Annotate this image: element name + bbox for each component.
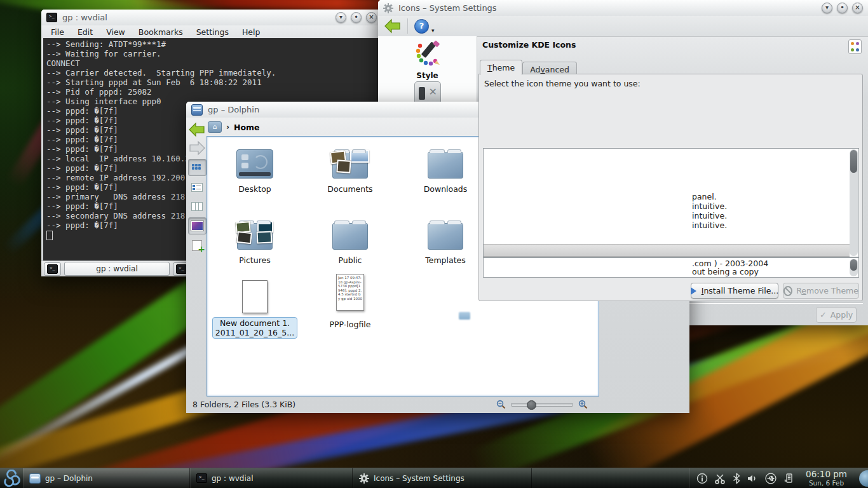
breadcrumb-home[interactable]: Home <box>234 123 260 132</box>
terminal-icon <box>47 264 58 274</box>
scrollbar-thumb[interactable] <box>850 150 857 173</box>
volume-icon[interactable] <box>747 473 758 484</box>
icon-theme-list[interactable]: panel. intuitive. intuitive. intuitive. <box>483 148 859 257</box>
list-scrollbar[interactable] <box>850 149 858 256</box>
folder-icon <box>332 223 368 250</box>
icon-grid-preview-icon <box>848 39 862 54</box>
bluetooth-icon[interactable] <box>733 473 740 484</box>
minimize-button[interactable] <box>822 3 832 13</box>
file-item-new-document[interactable]: New document 1. 2011_01_20_16_5... <box>207 274 302 339</box>
system-settings-toolbar <box>378 16 868 37</box>
style-pencil-icon <box>414 39 442 67</box>
sidebar-item-style[interactable]: Style <box>378 39 477 80</box>
folder-icon <box>428 152 463 179</box>
terminal-titlebar[interactable]: gp : wvdial <box>41 10 382 25</box>
distro-logo-icon <box>2 470 21 487</box>
documents-folder-icon <box>332 152 368 179</box>
maximize-button[interactable] <box>351 12 362 23</box>
system-settings-title: Icons – System Settings <box>398 3 497 13</box>
page-title: Customize KDE Icons <box>482 40 576 50</box>
back-arrow-icon[interactable] <box>189 122 205 137</box>
device-notifier-usb-icon[interactable] <box>764 473 777 484</box>
scrollbar-thumb[interactable] <box>850 259 857 271</box>
folder-item-public[interactable]: Public <box>302 213 398 265</box>
details-view-button[interactable] <box>189 179 206 195</box>
task-system-settings[interactable]: Icons – System Settings <box>353 468 532 488</box>
close-button[interactable] <box>366 12 377 23</box>
split-view-button[interactable] <box>189 238 206 254</box>
add-tab-icon <box>192 240 202 251</box>
terminal-icon <box>46 13 57 22</box>
menu-edit[interactable]: Edit <box>78 27 93 37</box>
preview-toggle-button[interactable] <box>188 217 207 234</box>
menu-settings[interactable]: Settings <box>196 27 229 37</box>
terminal-icon <box>176 264 187 274</box>
theme-description-box: .com ) - 2003-2004 out being a copy <box>483 257 859 278</box>
terminal-tab-label: gp : wvdial <box>96 264 137 273</box>
folder-item-pictures[interactable]: Pictures <box>207 213 302 265</box>
menu-view[interactable]: View <box>106 27 125 37</box>
app-launcher-button[interactable] <box>0 468 23 488</box>
dolphin-app-icon <box>191 104 203 116</box>
taskbar: gp – Dolphin gp : wvdial Icons – System … <box>0 468 868 488</box>
panel-toolbox-cashew[interactable] <box>851 468 868 488</box>
task-wvdial[interactable]: gp : wvdial <box>190 468 353 488</box>
description-scrollbar[interactable] <box>850 259 858 276</box>
printer-icon[interactable] <box>783 473 795 484</box>
install-theme-button[interactable]: Install Theme File... <box>691 283 778 299</box>
zoom-out-icon[interactable] <box>496 400 506 409</box>
info-icon[interactable] <box>696 473 708 484</box>
sidebar-item-label: Style <box>378 71 477 80</box>
breadcrumb-separator: › <box>226 123 229 132</box>
columns-view-button[interactable] <box>189 198 206 214</box>
select-theme-label: Select the icon theme you want to use: <box>484 79 641 88</box>
home-folder-icon[interactable] <box>208 121 222 133</box>
terminal-line: --> Sending: ATDT*99***1# <box>46 39 377 49</box>
back-arrow-icon[interactable] <box>384 18 401 34</box>
gear-icon <box>359 473 369 484</box>
gear-icon <box>383 3 393 13</box>
menu-bookmarks[interactable]: Bookmarks <box>139 27 183 37</box>
terminal-tab[interactable]: gp : wvdial <box>64 262 170 276</box>
selected-theme-row[interactable] <box>484 244 850 257</box>
forward-arrow-icon[interactable] <box>189 140 205 156</box>
apply-button[interactable]: Apply <box>816 307 857 323</box>
tab-advanced[interactable]: Advanced <box>522 62 577 75</box>
pictures-folder-icon <box>237 223 273 250</box>
theme-description-fragment: intuitive. <box>692 201 727 211</box>
maximize-button[interactable] <box>837 3 848 13</box>
desktop-folder-icon <box>236 149 273 179</box>
dolphin-window-title: gp – Dolphin <box>208 105 259 114</box>
dolphin-toolbar <box>187 122 207 254</box>
system-settings-main: Customize KDE Icons Theme Advanced Selec… <box>477 36 868 325</box>
folder-item-desktop[interactable]: Desktop <box>207 142 302 194</box>
task-dolphin[interactable]: gp – Dolphin <box>23 468 190 488</box>
zoom-in-icon[interactable] <box>578 400 588 409</box>
help-icon[interactable] <box>414 19 429 34</box>
theme-description-fragment: intuitive. <box>692 220 727 230</box>
new-tab-button[interactable] <box>44 262 61 276</box>
terminal-line: --> Pid of pppd: 25082 <box>46 87 377 97</box>
klipper-scissors-icon[interactable] <box>714 473 726 484</box>
icons-view-button[interactable] <box>188 159 207 176</box>
terminal-menubar: File Edit View Bookmarks Settings Help <box>41 25 382 38</box>
zoom-slider-handle[interactable] <box>527 400 536 410</box>
digital-clock[interactable]: 06:10 pm Sun, 6 Feb <box>801 468 851 488</box>
text-file-preview-icon: Jan 17 09:47:18 gp-Aspire-5738 pppd[1946… <box>336 274 364 311</box>
system-settings-titlebar[interactable]: Icons – System Settings <box>378 0 868 16</box>
import-arrow-icon <box>691 287 700 295</box>
thumbnail-artifact <box>459 312 470 320</box>
remove-theme-button[interactable]: Remove Theme <box>783 283 859 299</box>
menu-file[interactable]: File <box>51 27 64 37</box>
chevron-down-icon[interactable] <box>431 27 435 34</box>
system-tray <box>689 468 801 488</box>
theme-description-fragment: panel. <box>692 192 717 201</box>
columns-view-icon <box>191 202 203 211</box>
menu-help[interactable]: Help <box>242 27 261 37</box>
zoom-slider[interactable] <box>511 403 573 407</box>
folder-item-documents[interactable]: Documents <box>302 142 398 194</box>
file-item-ppp-logfile[interactable]: Jan 17 09:47:18 gp-Aspire-5738 pppd[1946… <box>302 274 398 329</box>
tab-theme[interactable]: Theme <box>480 60 522 75</box>
close-button[interactable] <box>852 3 863 13</box>
minimize-button[interactable] <box>336 12 346 23</box>
